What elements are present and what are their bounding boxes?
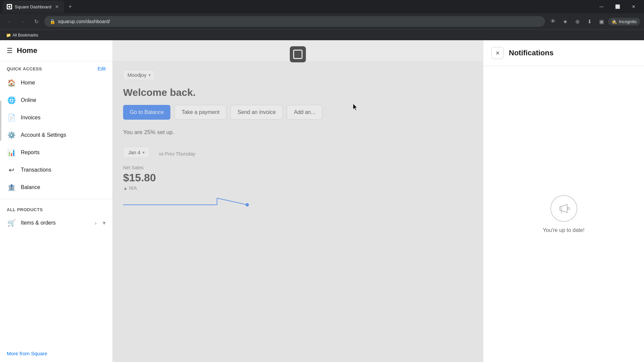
home-icon: 🏠 (7, 78, 16, 87)
sidebar-item-online[interactable]: 🌐 Online (0, 92, 112, 109)
main-overlay (112, 40, 483, 362)
chevron-right-icon: › (95, 220, 97, 227)
edit-button[interactable]: Edit (98, 66, 106, 71)
online-icon: 🌐 (7, 96, 16, 105)
new-tab-button[interactable]: + (65, 2, 75, 11)
sidebar-item-account[interactable]: ⚙️ Account & Settings (0, 126, 112, 144)
reports-icon: 📊 (7, 148, 16, 157)
page-content: ☰ Home Quick access Edit 🏠 Home 🌐 Online… (0, 40, 644, 362)
sidebar-toggle-icon[interactable]: ▣ (596, 16, 607, 27)
sidebar-nav: 🏠 Home 🌐 Online 📄 Invoices ⚙️ Account & … (0, 74, 112, 345)
window-controls: — ⬜ ✕ (594, 1, 641, 12)
bookmarks-bar: 📁 All Bookmarks (0, 29, 644, 40)
notifications-title: Notifications (509, 49, 553, 57)
incognito-label: Incognito (619, 19, 637, 24)
sidebar-item-online-label: Online (21, 97, 36, 103)
sidebar-item-items-orders-label: Items & orders (21, 220, 56, 226)
sidebar-item-invoices-label: Invoices (21, 115, 41, 121)
sidebar-item-transactions-label: Transactions (21, 167, 51, 173)
sidebar-item-home[interactable]: 🏠 Home (0, 74, 112, 92)
sidebar-item-balance-label: Balance (21, 184, 40, 190)
transactions-icon: ↩ (7, 165, 16, 175)
incognito-icon: 🕵 (611, 19, 617, 24)
settings-icon: ⚙️ (7, 130, 16, 140)
svg-point-5 (568, 207, 570, 209)
notifications-panel: ✕ Notifications You're up to date! (483, 40, 644, 362)
sidebar-header: ☰ Home (0, 40, 112, 61)
browser-tab-bar: Square Dashboard ✕ + — ⬜ ✕ (0, 0, 644, 13)
more-from-square-link[interactable]: More from Square (7, 351, 47, 356)
back-button[interactable]: ← (4, 16, 15, 27)
up-to-date-text: You're up to date! (543, 227, 584, 233)
active-tab[interactable]: Square Dashboard ✕ (3, 1, 64, 13)
items-orders-icon: 🛒 (7, 218, 16, 228)
close-x-icon: ✕ (495, 50, 500, 56)
megaphone-icon (556, 201, 571, 216)
notifications-body: You're up to date! (483, 66, 644, 362)
download-icon[interactable]: ⬇ (584, 16, 595, 27)
sidebar-item-transactions[interactable]: ↩ Transactions (0, 161, 112, 179)
sidebar-scrollbar[interactable] (0, 101, 1, 141)
address-text: squarup.com/dashboard/ (58, 19, 540, 24)
tab-title: Square Dashboard (15, 4, 51, 9)
quick-access-header: Quick access Edit (0, 61, 112, 74)
lock-icon: 🔒 (50, 19, 55, 24)
sidebar-item-reports[interactable]: 📊 Reports (0, 144, 112, 161)
notifications-header: ✕ Notifications (483, 40, 644, 66)
profile-icon[interactable]: ⊕ (572, 16, 583, 27)
browser-toolbar: ← → ↻ 🔒 squarup.com/dashboard/ 👁 ★ ⊕ ⬇ ▣… (0, 13, 644, 29)
refresh-button[interactable]: ↻ (31, 16, 42, 27)
bookmarks-label: All Bookmarks (12, 33, 38, 38)
main-content: Moodjoy ▾ Welcome back. Go to Balance Ta… (112, 40, 483, 362)
maximize-button[interactable]: ⬜ (610, 1, 625, 12)
quick-access-label: Quick access (7, 66, 42, 71)
sidebar-home-title: Home (17, 46, 37, 55)
sidebar-item-reports-label: Reports (21, 149, 40, 156)
sidebar-item-invoices[interactable]: 📄 Invoices (0, 109, 112, 126)
dropdown-arrow-icon: ▾ (103, 219, 106, 227)
sidebar-item-items-orders[interactable]: 🛒 Items & orders › ▾ (0, 214, 112, 232)
sidebar-item-home-label: Home (21, 80, 35, 86)
folder-icon: 📁 (6, 33, 11, 38)
address-bar[interactable]: 🔒 squarup.com/dashboard/ (44, 16, 545, 27)
tab-favicon (7, 4, 12, 9)
forward-button[interactable]: → (17, 16, 28, 27)
svg-rect-4 (560, 206, 561, 210)
invoices-icon: 📄 (7, 113, 16, 122)
bookmarks-folder[interactable]: 📁 All Bookmarks (4, 33, 40, 38)
minimize-button[interactable]: — (594, 1, 609, 12)
close-window-button[interactable]: ✕ (626, 1, 641, 12)
sidebar-item-account-label: Account & Settings (21, 132, 66, 138)
notifications-close-button[interactable]: ✕ (491, 47, 503, 59)
balance-icon: 🏦 (7, 183, 16, 192)
tab-close-button[interactable]: ✕ (54, 4, 60, 10)
extension-icon[interactable]: 👁 (548, 16, 558, 27)
bookmark-icon[interactable]: ★ (560, 16, 571, 27)
sidebar-item-balance[interactable]: 🏦 Balance (0, 179, 112, 196)
notification-empty-icon (550, 195, 577, 222)
sidebar: ☰ Home Quick access Edit 🏠 Home 🌐 Online… (0, 40, 112, 362)
incognito-badge: 🕵 Incognito (608, 18, 640, 25)
all-products-title: All products (0, 202, 112, 214)
toolbar-icons: 👁 ★ ⊕ ⬇ ▣ 🕵 Incognito (548, 16, 640, 27)
more-from-square: More from Square (0, 345, 112, 362)
hamburger-icon[interactable]: ☰ (7, 47, 13, 55)
